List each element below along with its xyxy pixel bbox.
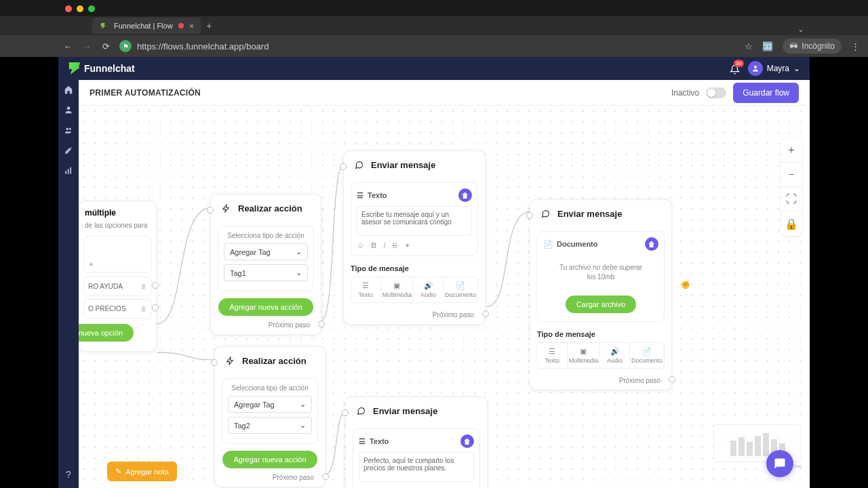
window-close[interactable] <box>65 5 72 12</box>
port-in[interactable] <box>342 409 349 416</box>
message-textarea[interactable] <box>357 206 472 236</box>
trash-icon[interactable]: 🗑 <box>140 283 147 290</box>
delete-block-button[interactable]: 🗑 <box>460 434 474 448</box>
chat-fab[interactable] <box>766 450 793 477</box>
delete-block-button[interactable]: 🗑 <box>458 188 472 202</box>
fit-view-button[interactable]: ⛶ <box>781 187 802 211</box>
reload-icon[interactable]: ⟳ <box>100 41 111 52</box>
node-multiple-choice[interactable]: múltiple de las opciones para ✦ RO AYUDA… <box>79 201 157 352</box>
port-out[interactable] <box>482 310 489 317</box>
zoom-in-button[interactable]: ＋ <box>781 138 802 163</box>
translate-icon[interactable]: 🈁 <box>762 41 773 52</box>
sidebar-team[interactable] <box>63 125 74 136</box>
add-action-button[interactable]: Agregar nueva acción <box>218 298 313 316</box>
delete-block-button[interactable]: 🗑 <box>645 237 658 251</box>
new-tab-button[interactable]: + <box>206 20 212 31</box>
flow-title: PRIMER AUTOMATIZACIÓN <box>90 88 201 98</box>
msg-type-texto[interactable]: ☰Texto <box>538 343 568 368</box>
sidebar-help[interactable]: ? <box>63 469 74 480</box>
audio-icon: 🔊 <box>601 347 628 356</box>
msg-type-multimedia[interactable]: ▣Multimedia <box>381 277 414 302</box>
back-icon[interactable]: ← <box>62 41 73 52</box>
trash-icon[interactable]: 🗑 <box>140 305 147 312</box>
tag-dropdown[interactable]: Tag1⌄ <box>224 264 308 281</box>
msg-type-audio[interactable]: 🔊Audio <box>600 343 630 368</box>
node-message-3[interactable]: Enviar mensaje ☰Texto 🗑 ☺ B I S <box>345 396 488 488</box>
msg-type-multimedia[interactable]: ▣Multimedia <box>568 343 601 368</box>
user-menu[interactable]: Mayra ⌄ <box>748 61 800 76</box>
strike-icon[interactable]: S <box>392 241 397 250</box>
port-out[interactable] <box>152 282 159 289</box>
lock-button[interactable]: 🔒 <box>781 211 802 236</box>
active-toggle[interactable] <box>706 87 726 98</box>
option-precios[interactable]: O PRECIOS 🗑 <box>83 299 152 319</box>
text-icon: ☰ <box>539 347 566 356</box>
tag-dropdown[interactable]: Tag2⌄ <box>228 417 312 434</box>
msg-type-audio[interactable]: 🔊Audio <box>414 277 443 302</box>
port-out[interactable] <box>669 376 675 383</box>
chevron-down-icon: ⌄ <box>300 421 306 430</box>
port-out[interactable] <box>152 304 159 311</box>
port-out[interactable] <box>318 321 325 327</box>
sidebar-contacts[interactable] <box>63 104 74 115</box>
site-badge-icon[interactable]: ⚑ <box>119 40 132 52</box>
text-icon: ☰ <box>359 437 366 446</box>
add-action-button[interactable]: Agregar nueva acción <box>222 451 317 468</box>
select-label: Selecciona tipo de acción <box>224 232 308 239</box>
forward-icon[interactable]: → <box>81 41 92 52</box>
image-icon: ▣ <box>569 347 599 356</box>
window-zoom[interactable] <box>88 5 95 12</box>
port-in[interactable] <box>526 212 533 219</box>
incognito-badge: 🕶 Incógnito <box>783 39 842 54</box>
file-hint: Tu archivo no debe superar los 10mb <box>543 255 658 290</box>
msg-type-documento[interactable]: 📄Documento <box>630 343 664 368</box>
port-in[interactable] <box>211 359 218 366</box>
add-note-button[interactable]: ✎ Agregar nota <box>107 462 177 481</box>
sidebar-tools[interactable] <box>63 145 74 156</box>
svg-rect-5 <box>68 169 69 174</box>
chevron-down-icon: ⌄ <box>296 268 302 277</box>
close-icon[interactable]: × <box>189 21 195 31</box>
bold-icon[interactable]: B <box>371 241 376 250</box>
chevron-down-icon[interactable]: ⌄ <box>797 24 804 34</box>
tab-title: Funnelchat | Flow <box>114 22 173 30</box>
star-icon[interactable]: ☆ <box>745 41 753 52</box>
brand-logo[interactable]: Funnelchat <box>68 62 135 75</box>
notifications-button[interactable]: 30 <box>730 62 740 75</box>
next-step-label: Próximo paso <box>530 374 671 390</box>
url-text[interactable]: https://flows.funnelchat.app/board <box>137 41 269 52</box>
italic-icon[interactable]: I <box>383 241 385 250</box>
menu-icon[interactable]: ⋮ <box>851 41 860 52</box>
port-in[interactable] <box>340 163 347 170</box>
node-action-1[interactable]: Realizar acción Selecciona tipo de acció… <box>210 194 321 335</box>
msg-type-documento[interactable]: 📄Documento <box>443 277 477 302</box>
node-message-2[interactable]: Enviar mensaje 📄Documento 🗑 Tu archivo n… <box>530 199 672 390</box>
upload-button[interactable]: Cargar archivo <box>566 296 636 313</box>
node-action-2[interactable]: Realizar acción Selecciona tipo de acció… <box>214 346 326 487</box>
option-ayuda[interactable]: RO AYUDA 🗑 <box>83 277 152 296</box>
add-option-button[interactable]: r nueva opción <box>79 324 134 342</box>
msg-type-texto[interactable]: ☰Texto <box>351 277 381 302</box>
node-message-1[interactable]: Enviar mensaje ☰Texto 🗑 ☺ B I S <box>343 150 486 325</box>
browser-tab[interactable]: Funnelchat | Flow × <box>92 18 201 34</box>
sidebar-analytics[interactable] <box>63 165 74 176</box>
emoji-icon[interactable]: ☺ <box>357 241 364 250</box>
action-type-dropdown[interactable]: Agregar Tag⌄ <box>228 396 312 413</box>
document-icon: 📄 <box>631 347 663 356</box>
window-minimize[interactable] <box>77 5 83 12</box>
svg-point-0 <box>754 66 757 68</box>
sidebar-home[interactable] <box>63 84 74 95</box>
zoom-out-button[interactable]: － <box>781 163 802 187</box>
action-type-dropdown[interactable]: Agregar Tag⌄ <box>224 243 308 260</box>
note-icon: ✎ <box>115 467 121 476</box>
port-out[interactable] <box>322 473 329 480</box>
svg-point-3 <box>69 128 71 130</box>
save-flow-button[interactable]: Guardar flow <box>733 83 799 103</box>
sparkle-icon[interactable]: ✦ <box>88 260 94 269</box>
sparkle-icon[interactable]: ✦ <box>404 241 410 250</box>
logo-icon <box>68 62 80 75</box>
svg-rect-4 <box>65 171 66 174</box>
node-title-fragment: múltiple <box>83 205 152 220</box>
port-in[interactable] <box>207 207 214 214</box>
message-textarea[interactable] <box>359 452 474 482</box>
